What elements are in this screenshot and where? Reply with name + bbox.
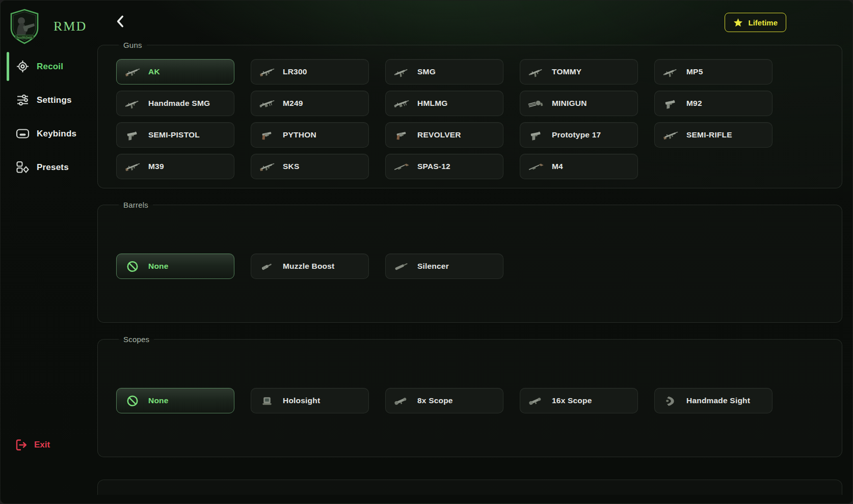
item-label: 8x Scope (417, 396, 453, 405)
item-label: SMG (417, 67, 436, 76)
app-window: RecoilMcDaddy RMD Recoil (0, 0, 853, 504)
silencer-icon (393, 260, 410, 273)
scopes-option-16x-scope[interactable]: 16x Scope (520, 388, 638, 413)
guns-option-prototype-17[interactable]: Prototype 17 (520, 122, 638, 148)
active-indicator (7, 52, 9, 81)
muzzle-icon (259, 260, 275, 273)
item-label: Prototype 17 (552, 130, 601, 139)
ban-icon (124, 394, 141, 408)
holosight-icon (259, 394, 275, 408)
lifetime-label: Lifetime (748, 18, 778, 27)
rifle-icon (259, 160, 275, 174)
item-label: Muzzle Boost (283, 262, 334, 271)
section-body: NoneHolosight8x Scope16x ScopeHandmade S… (116, 353, 842, 448)
revolver-icon (259, 128, 275, 142)
item-label: M249 (283, 99, 303, 108)
lmg-icon (259, 97, 275, 110)
rifle-icon (259, 65, 275, 79)
item-label: PYTHON (283, 130, 316, 139)
item-label: REVOLVER (417, 130, 461, 139)
section-title: Barrels (119, 201, 153, 209)
scopes-option-8x-scope[interactable]: 8x Scope (385, 388, 503, 413)
scopes-option-holosight[interactable]: Holosight (251, 388, 369, 413)
brand-title: RMD (54, 19, 87, 34)
section-title: Scopes (119, 335, 154, 344)
guns-option-revolver[interactable]: REVOLVER (385, 122, 503, 148)
svg-text:RecoilMcDaddy: RecoilMcDaddy (16, 36, 33, 39)
guns-option-python[interactable]: PYTHON (251, 122, 369, 148)
item-label: M39 (148, 162, 164, 171)
scope-icon (393, 394, 410, 408)
item-label: HMLMG (417, 99, 448, 108)
guns-option-tommy[interactable]: TOMMY (520, 59, 638, 85)
guns-option-semi-rifle[interactable]: SEMI-RIFLE (654, 122, 772, 148)
guns-option-ak[interactable]: AK (116, 59, 234, 85)
smg-icon (124, 97, 141, 110)
sidebar-item-keybinds[interactable]: Keybinds (1, 122, 97, 146)
item-label: None (148, 396, 169, 405)
sidebar-item-recoil[interactable]: Recoil (1, 54, 97, 78)
next-section-peek (97, 480, 842, 495)
barrels-option-muzzle-boost[interactable]: Muzzle Boost (251, 254, 369, 279)
section-title: Guns (119, 41, 147, 49)
guns-option-smg[interactable]: SMG (385, 59, 503, 85)
guns-option-handmade-smg[interactable]: Handmade SMG (116, 91, 234, 116)
scope-icon (528, 394, 544, 408)
item-label: Holosight (283, 396, 320, 405)
shotgun-icon (528, 160, 544, 174)
guns-option-minigun[interactable]: MINIGUN (520, 91, 638, 116)
item-label: MP5 (686, 67, 703, 76)
guns-option-hmlmg[interactable]: HMLMG (385, 91, 503, 116)
ban-icon (124, 260, 141, 273)
guns-option-m4[interactable]: M4 (520, 154, 638, 179)
guns-option-m249[interactable]: M249 (251, 91, 369, 116)
section-body: NoneMuzzle BoostSilencer (116, 219, 842, 314)
sidebar-item-presets[interactable]: Presets (1, 155, 97, 179)
smg-icon (393, 65, 410, 79)
rifle-icon (124, 65, 141, 79)
content-sections: Guns AKLR300SMGTOMMYMP5Handmade SMGM249H… (97, 35, 853, 495)
section-guns: Guns AKLR300SMGTOMMYMP5Handmade SMGM249H… (97, 41, 842, 188)
item-label: Silencer (417, 262, 449, 271)
sidebar-item-label: Recoil (37, 62, 63, 72)
guns-option-sks[interactable]: SKS (251, 154, 369, 179)
rifle-icon (662, 128, 679, 142)
sidebar-item-label: Keybinds (37, 129, 76, 139)
barrels-option-none[interactable]: None (116, 254, 234, 279)
minigun-icon (528, 97, 544, 110)
pistol-icon (124, 128, 141, 142)
guns-option-m39[interactable]: M39 (116, 154, 234, 179)
brand-row: RecoilMcDaddy RMD (1, 1, 97, 47)
guns-option-m92[interactable]: M92 (654, 91, 772, 116)
smg-icon (662, 65, 679, 79)
sidebar-item-label: Settings (37, 95, 72, 105)
guns-option-mp5[interactable]: MP5 (654, 59, 772, 85)
item-label: None (148, 262, 169, 271)
rifle-icon (124, 160, 141, 174)
item-label: Handmade SMG (148, 99, 210, 108)
sliders-icon (16, 93, 30, 107)
back-button[interactable] (114, 14, 127, 29)
smg-icon (528, 65, 544, 79)
pistol-icon (528, 128, 544, 142)
item-label: MINIGUN (552, 99, 587, 108)
sidebar-item-label: Presets (37, 162, 69, 173)
sidebar: RecoilMcDaddy RMD Recoil (1, 1, 97, 503)
scopes-option-none[interactable]: None (116, 388, 234, 413)
scopes-option-handmade-sight[interactable]: Handmade Sight (654, 388, 772, 413)
lifetime-button[interactable]: Lifetime (725, 13, 786, 32)
barrels-option-silencer[interactable]: Silencer (385, 254, 503, 279)
guns-option-spas-12[interactable]: SPAS-12 (385, 154, 503, 179)
topbar: Lifetime (97, 1, 852, 35)
crosshair-icon (16, 60, 30, 73)
item-label: Handmade Sight (686, 396, 750, 405)
guns-option-lr300[interactable]: LR300 (251, 59, 369, 85)
star-icon (733, 18, 743, 27)
exit-button[interactable]: Exit (15, 438, 50, 452)
sidebar-nav: Recoil Settings Keybinds (1, 54, 97, 179)
app-logo-icon: RecoilMcDaddy (8, 8, 41, 45)
exit-label: Exit (34, 440, 50, 450)
sidebar-item-settings[interactable]: Settings (1, 88, 97, 112)
guns-option-semi-pistol[interactable]: SEMI-PISTOL (116, 122, 234, 148)
item-label: 16x Scope (552, 396, 592, 405)
